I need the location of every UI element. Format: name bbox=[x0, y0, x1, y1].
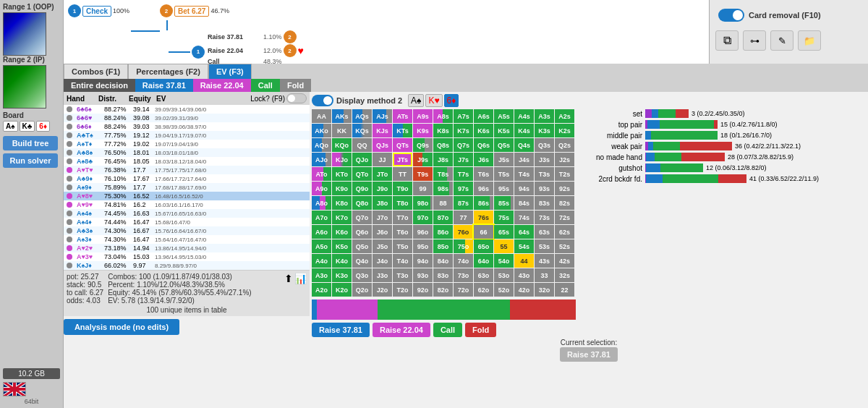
hc-Q4o[interactable]: Q4o bbox=[352, 254, 372, 268]
hc-QTo[interactable]: QTo bbox=[352, 167, 372, 181]
hc-53s[interactable]: 53s bbox=[535, 239, 554, 253]
hc-74s[interactable]: 74s bbox=[514, 211, 534, 224]
hc-J7s[interactable]: J7s bbox=[454, 153, 473, 166]
hc-Q8s[interactable]: Q8s bbox=[433, 138, 453, 152]
hc-A4o[interactable]: A4o bbox=[312, 254, 331, 268]
hc-84o[interactable]: 84o bbox=[433, 254, 453, 268]
hc-97s[interactable]: 97s bbox=[454, 182, 473, 195]
share-icon[interactable]: ⊶ bbox=[743, 30, 766, 51]
chart-icon[interactable]: 📊 bbox=[294, 273, 307, 284]
call-button[interactable]: Call bbox=[433, 323, 462, 337]
hc-J4s[interactable]: J4s bbox=[514, 153, 534, 166]
hc-Q4s[interactable]: Q4s bbox=[514, 138, 534, 152]
table-row[interactable]: A♣9♦ 76.10% 17.67 17.66/17.72/17.64/0 bbox=[64, 174, 310, 183]
hc-K3o[interactable]: K3o bbox=[332, 268, 352, 282]
hc-65o[interactable]: 65o bbox=[474, 239, 493, 253]
hc-98s[interactable]: 98s bbox=[433, 182, 453, 195]
hc-99[interactable]: 99 bbox=[413, 182, 433, 195]
hc-88[interactable]: 88 bbox=[433, 196, 453, 210]
build-tree-button[interactable]: Build tree bbox=[3, 136, 58, 150]
table-row[interactable]: A♥8♥ 75.30% 16.52 16.48/16.5/16.52/0 bbox=[64, 192, 310, 200]
hc-Q5s[interactable]: Q5s bbox=[494, 138, 514, 152]
hc-A8s[interactable]: A8s bbox=[433, 109, 453, 123]
hc-72o[interactable]: 72o bbox=[454, 283, 473, 297]
hc-Q3o[interactable]: Q3o bbox=[352, 268, 372, 282]
hc-ATs[interactable]: ATs bbox=[393, 109, 412, 123]
hc-65s[interactable]: 65s bbox=[494, 225, 514, 239]
hc-A6o[interactable]: A6o bbox=[312, 225, 331, 239]
hc-K8s[interactable]: K8s bbox=[433, 124, 453, 137]
hc-K8o[interactable]: K8o bbox=[332, 196, 352, 210]
copy-icon[interactable]: ⧉ bbox=[715, 30, 739, 51]
hc-AA[interactable]: AA bbox=[312, 109, 331, 123]
heart-filter[interactable]: K♥ bbox=[425, 94, 442, 107]
table-row[interactable]: A♥3♥ 73.04% 15.03 13.96/14.95/15.03/0 bbox=[64, 252, 310, 261]
hc-K6o[interactable]: K6o bbox=[332, 225, 352, 239]
hc-T4s[interactable]: T4s bbox=[514, 167, 534, 181]
hc-T6o[interactable]: T6o bbox=[393, 225, 412, 239]
hc-A2o[interactable]: A2o bbox=[312, 283, 331, 297]
hc-52o[interactable]: 52o bbox=[494, 283, 514, 297]
diamond-filter[interactable]: 6♦ bbox=[444, 94, 459, 107]
tab-call[interactable]: Call bbox=[251, 79, 280, 92]
hc-J8s[interactable]: J8s bbox=[433, 153, 453, 166]
hc-93o[interactable]: 93o bbox=[413, 268, 433, 282]
hc-A7o[interactable]: A7o bbox=[312, 211, 331, 224]
table-row[interactable]: A♥2♥ 73.18% 14.94 13.86/14.95/14.94/0 bbox=[64, 244, 310, 252]
hc-75s[interactable]: 75s bbox=[494, 211, 514, 224]
hc-72s[interactable]: 72s bbox=[555, 211, 574, 224]
hc-85s[interactable]: 85s bbox=[494, 196, 514, 210]
hc-ATo[interactable]: ATo bbox=[312, 167, 331, 181]
hc-K5s[interactable]: K5s bbox=[494, 124, 514, 137]
hc-T3o[interactable]: T3o bbox=[393, 268, 412, 282]
hc-32o[interactable]: 32o bbox=[535, 283, 554, 297]
hc-KJo[interactable]: KJo bbox=[332, 153, 352, 166]
tab-percentages[interactable]: Percentages (F2) bbox=[128, 64, 208, 79]
hc-A7s[interactable]: A7s bbox=[454, 109, 473, 123]
tab-raise1[interactable]: Raise 37.81 bbox=[135, 79, 193, 92]
table-row[interactable]: A♠9♦ 75.89% 17.7 17.68/17.88/17.69/0 bbox=[64, 183, 310, 192]
hc-62o[interactable]: 62o bbox=[474, 283, 493, 297]
hc-Q7s[interactable]: Q7s bbox=[454, 138, 473, 152]
hc-J2o[interactable]: J2o bbox=[373, 283, 392, 297]
current-selection-button[interactable]: Raise 37.81 bbox=[560, 347, 618, 362]
tab-raise2[interactable]: Raise 22.04 bbox=[193, 79, 251, 92]
hc-AQs[interactable]: AQs bbox=[352, 109, 372, 123]
hc-63s[interactable]: 63s bbox=[535, 225, 554, 239]
hc-KTo[interactable]: KTo bbox=[332, 167, 352, 181]
fold-button[interactable]: Fold bbox=[465, 323, 496, 337]
hc-82o[interactable]: 82o bbox=[433, 283, 453, 297]
hc-JTs[interactable]: JTs bbox=[393, 153, 412, 166]
hc-AJs[interactable]: AJs bbox=[373, 109, 392, 123]
hc-93s[interactable]: 93s bbox=[535, 182, 554, 195]
table-row[interactable]: A♠4♠ 74.45% 16.63 15.67/16.65/16.63/0 bbox=[64, 209, 310, 218]
hc-J6s[interactable]: J6s bbox=[474, 153, 493, 166]
hc-K2o[interactable]: K2o bbox=[332, 283, 352, 297]
hc-32s[interactable]: 32s bbox=[555, 268, 574, 282]
hc-QJs[interactable]: QJs bbox=[373, 138, 392, 152]
hc-QJo[interactable]: QJo bbox=[352, 153, 372, 166]
hc-J2s[interactable]: J2s bbox=[555, 153, 574, 166]
hc-76s[interactable]: 76s bbox=[474, 211, 493, 224]
hc-AKo[interactable]: AKo bbox=[312, 124, 331, 137]
hc-Q5o[interactable]: Q5o bbox=[352, 239, 372, 253]
hc-AKs[interactable]: AKs bbox=[332, 109, 352, 123]
hc-J6o[interactable]: J6o bbox=[373, 225, 392, 239]
hc-75o[interactable]: 75o bbox=[454, 239, 473, 253]
hc-66[interactable]: 66 bbox=[474, 225, 493, 239]
hc-K6s[interactable]: K6s bbox=[474, 124, 493, 137]
hc-84s[interactable]: 84s bbox=[514, 196, 534, 210]
hc-44[interactable]: 44 bbox=[514, 254, 534, 268]
hc-K7o[interactable]: K7o bbox=[332, 211, 352, 224]
hc-Q6s[interactable]: Q6s bbox=[474, 138, 493, 152]
hc-92o[interactable]: 92o bbox=[413, 283, 433, 297]
table-row[interactable]: A♥T♥ 76.38% 17.7 17.75/17.75/17.68/0 bbox=[64, 166, 310, 174]
raise2-button[interactable]: Raise 22.04 bbox=[373, 323, 430, 337]
hc-T2o[interactable]: T2o bbox=[393, 283, 412, 297]
hc-Q2o[interactable]: Q2o bbox=[352, 283, 372, 297]
hc-KK[interactable]: KK bbox=[332, 124, 352, 137]
hc-JTo[interactable]: JTo bbox=[373, 167, 392, 181]
hc-Q7o[interactable]: Q7o bbox=[352, 211, 372, 224]
hc-T9s[interactable]: T9s bbox=[413, 167, 433, 181]
tab-fold[interactable]: Fold bbox=[280, 79, 311, 92]
